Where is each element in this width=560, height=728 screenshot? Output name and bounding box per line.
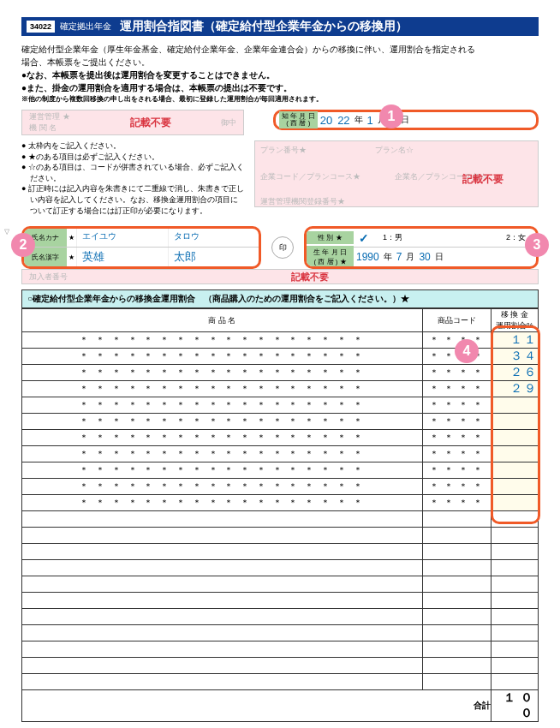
empty-cell [22,658,423,674]
bullet: ● ★のある項目は必ずご記入ください。 [21,152,244,163]
table-row [22,544,539,560]
empty-cell [491,609,539,625]
table-row: ＊ ＊ ＊ ＊ ＊ ＊ ＊ ＊ ＊ ＊ ＊ ＊ ＊ ＊ ＊ ＊ ＊ ＊＊ ＊ ＊… [22,381,539,397]
table-row: ＊ ＊ ＊ ＊ ＊ ＊ ＊ ＊ ＊ ＊ ＊ ＊ ＊ ＊ ＊ ＊ ＊ ＊＊ ＊ ＊… [22,446,539,462]
empty-cell [22,609,423,625]
empty-cell [22,511,423,528]
date-year2[interactable]: 22 [335,114,352,127]
empty-cell [22,528,423,544]
sex-label: 性 別 ★ [307,231,354,244]
empty-cell [491,674,539,690]
empty-cell [491,528,539,544]
plan-box: プラン番号★ プラン名☆ 企業コード／プランコース★ 企業名／プランコース名☆ … [254,140,539,207]
product-code-cell: ＊ ＊ ＊ ＊ [423,446,491,462]
name-kanji-sei[interactable]: 英雄 [76,248,168,266]
empty-cell [491,544,539,560]
form-code: 34022 [27,21,55,33]
table-title: ○確定給付型企業年金からの移換金運用割合 （商品購入のための運用割合をご記入くだ… [21,289,539,308]
percent-cell[interactable] [491,414,539,430]
percent-cell[interactable] [491,462,539,479]
unit: 年 [353,114,365,126]
page-title: 運用割合指図書（確定給付型企業年金からの移換用） [120,19,408,34]
empty-cell [491,511,539,528]
table-row: ＊ ＊ ＊ ＊ ＊ ＊ ＊ ＊ ＊ ＊ ＊ ＊ ＊ ＊ ＊ ＊ ＊ ＊＊ ＊ ＊… [22,430,539,446]
empty-cell [423,609,491,625]
col-percent: 移 換 金 運用割合% [491,309,539,332]
name-kana-mei[interactable]: タロウ [168,229,259,247]
intro-text: 確定給付型企業年金（厚生年金基金、確定給付企業年金、企業年金連合会）からの移換に… [21,43,539,104]
percent-cell[interactable] [491,397,539,414]
col-pct-l1: 移 換 金 [491,309,538,320]
percent-cell[interactable] [491,479,539,495]
date-month[interactable]: 1 [365,114,376,127]
check-icon[interactable]: ✓ [354,231,374,245]
product-code-cell: ＊ ＊ ＊ ＊ [423,381,491,397]
instruction-list: ● 太枠内をご記入ください。 ● ★のある項目は必ずご記入ください。 ● ☆のあ… [21,140,244,216]
plan-label: 企業コード／プランコース★ [260,171,360,182]
product-code-cell: ＊ ＊ ＊ ＊ [423,365,491,381]
empty-cell [22,674,423,690]
date-label: ( 西 暦 ) [282,120,315,127]
empty-cell [423,544,491,560]
table-row: ＊ ＊ ＊ ＊ ＊ ＊ ＊ ＊ ＊ ＊ ＊ ＊ ＊ ＊ ＊ ＊ ＊ ＊＊ ＊ ＊… [22,479,539,495]
table-row [22,641,539,658]
not-needed-text: 記載不要 [462,172,503,187]
intro-line: 場合、本帳票をご提出ください。 [21,56,539,69]
member-label: 加入者番号 [22,272,82,283]
empty-cell [491,593,539,609]
name-kana-sei[interactable]: エイユウ [76,229,168,247]
product-code-cell: ＊ ＊ ＊ ＊ [423,495,491,511]
product-name-cell: ＊ ＊ ＊ ＊ ＊ ＊ ＊ ＊ ＊ ＊ ＊ ＊ ＊ ＊ ＊ ＊ ＊ ＊ [22,446,423,462]
product-name-cell: ＊ ＊ ＊ ＊ ＊ ＊ ＊ ＊ ＊ ＊ ＊ ＊ ＊ ＊ ＊ ＊ ＊ ＊ [22,381,423,397]
percent-cell[interactable]: ３４ [491,349,539,365]
product-code-cell: ＊ ＊ ＊ ＊ [423,462,491,479]
col-product-name: 商 品 名 [22,309,423,332]
name-kanji-mei[interactable]: 太郎 [168,248,259,266]
mgr-suffix: 御中 [221,117,236,128]
callout-2: 2 [11,233,35,257]
table-row: ＊ ＊ ＊ ＊ ＊ ＊ ＊ ＊ ＊ ＊ ＊ ＊ ＊ ＊ ＊ ＊ ＊ ＊＊ ＊ ＊… [22,462,539,479]
product-code-cell: ＊ ＊ ＊ ＊ [423,430,491,446]
table-row [22,625,539,641]
sex-option-male[interactable]: 1：男 [374,232,411,243]
dob-label: 生 年 月 日 [307,248,354,257]
table-row: ＊ ＊ ＊ ＊ ＊ ＊ ＊ ＊ ＊ ＊ ＊ ＊ ＊ ＊ ＊ ＊ ＊ ＊＊ ＊ ＊… [22,397,539,414]
percent-cell[interactable]: ２６ [491,365,539,381]
percent-cell[interactable] [491,430,539,446]
empty-cell [423,625,491,641]
not-needed-text: 記載不要 [80,116,221,130]
empty-cell [491,576,539,593]
header-bar: 34022 確定拠出年金 運用割合指図書（確定給付型企業年金からの移換用） [21,17,539,36]
triangle-icon: ▽ [4,228,9,236]
unit: 月 [404,251,416,263]
intro-line: 確定給付型企業年金（厚生年金基金、確定給付企業年金、企業年金連合会）からの移換に… [21,43,539,56]
date-year1[interactable]: 20 [318,114,335,127]
dob-day[interactable]: 30 [416,251,432,263]
table-row: ＊ ＊ ＊ ＊ ＊ ＊ ＊ ＊ ＊ ＊ ＊ ＊ ＊ ＊ ＊ ＊ ＊ ＊＊ ＊ ＊… [22,414,539,430]
intro-note: ※他の制度から複数回移換の申し出をされる場合、最初に登録した運用割合が毎回適用さ… [21,94,539,104]
empty-cell [423,528,491,544]
dob-month[interactable]: 7 [394,251,405,263]
empty-cell [423,511,491,528]
product-name-cell: ＊ ＊ ＊ ＊ ＊ ＊ ＊ ＊ ＊ ＊ ＊ ＊ ＊ ＊ ＊ ＊ ＊ ＊ [22,495,423,511]
empty-cell [22,576,423,593]
col-product-code: 商品コード [423,309,491,332]
bullet: ● ☆のある項目は、コードが併書されている場合、必ずご記入ください。 [21,162,244,183]
product-name-cell: ＊ ＊ ＊ ＊ ＊ ＊ ＊ ＊ ＊ ＊ ＊ ＊ ＊ ＊ ＊ ＊ ＊ ＊ [22,365,423,381]
bullet: ● 訂正時には記入内容を朱書きにて二重線で消し、朱書きで正しい内容を記入してくだ… [21,183,244,216]
percent-cell[interactable]: ２９ [491,381,539,397]
product-name-cell: ＊ ＊ ＊ ＊ ＊ ＊ ＊ ＊ ＊ ＊ ＊ ＊ ＊ ＊ ＊ ＊ ＊ ＊ [22,430,423,446]
table-row [22,560,539,576]
empty-cell [22,593,423,609]
empty-cell [22,641,423,658]
name-block: 氏名カナ ★ エイユウ タロウ 氏名漢字 ★ 英雄 太郎 [21,226,261,269]
callout-3: 3 [525,233,549,257]
dob-year[interactable]: 1990 [354,251,382,263]
dob-label: ( 西 暦 ) ★ [307,257,354,266]
unit: 日 [433,251,445,263]
percent-cell[interactable]: １１ [491,332,539,349]
product-name-cell: ＊ ＊ ＊ ＊ ＊ ＊ ＊ ＊ ＊ ＊ ＊ ＊ ＊ ＊ ＊ ＊ ＊ ＊ [22,397,423,414]
percent-cell[interactable] [491,446,539,462]
product-name-cell: ＊ ＊ ＊ ＊ ＊ ＊ ＊ ＊ ＊ ＊ ＊ ＊ ＊ ＊ ＊ ＊ ＊ ＊ [22,479,423,495]
percent-cell[interactable] [491,495,539,511]
